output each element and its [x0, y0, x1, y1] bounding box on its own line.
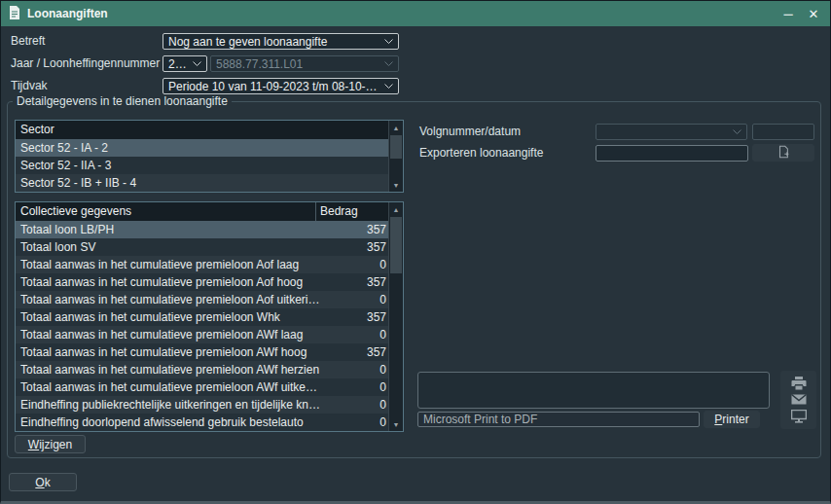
document-icon: [9, 6, 20, 22]
table-row[interactable]: Totaal aanwas in het cumulatieve premiel…: [16, 343, 390, 361]
chevron-down-icon: [384, 61, 393, 66]
list-item[interactable]: Sector 52 - IIA - 3: [16, 157, 390, 174]
titlebar: Loonaangiften ─ ✕: [1, 1, 830, 26]
row-value: 0: [320, 326, 390, 343]
loonaangiften-dialog: Loonaangiften ─ ✕ Betreft Nog aan te gev…: [0, 0, 831, 504]
row-label: Totaal aanwas in het cumulatieve premiel…: [16, 361, 320, 378]
export-file-icon: [777, 145, 790, 162]
row-label: Totaal loon LB/PH: [16, 221, 320, 238]
row-label: Sector 52 - IA - 2: [16, 139, 390, 157]
print-preview-box[interactable]: [417, 372, 770, 409]
volgnummer-select: [596, 124, 747, 140]
row-value: 0: [320, 361, 390, 378]
betreft-label: Betreft: [11, 33, 45, 50]
jaar-select[interactable]: 2023: [163, 55, 207, 72]
row-value: 0: [320, 291, 390, 308]
table-row[interactable]: Totaal aanwas in het cumulatieve premiel…: [16, 308, 390, 326]
email-icon[interactable]: [789, 392, 809, 408]
row-value: 0: [320, 396, 390, 414]
tijdvak-value: Periode 10 van 11-09-2023 t/m 08-10-2023: [168, 80, 380, 93]
tijdvak-select[interactable]: Periode 10 van 11-09-2023 t/m 08-10-2023: [163, 78, 399, 94]
sector-list-scrollbar[interactable]: ▲ ▼: [388, 121, 403, 192]
printer-name-field: Microsoft Print to PDF: [417, 412, 700, 427]
sector-column-header[interactable]: Sector: [16, 121, 403, 139]
chevron-down-icon: [193, 61, 201, 66]
jaar-loonheffingennummer-label: Jaar / Loonheffingennummer: [11, 55, 160, 72]
table-row[interactable]: Totaal aanwas in het cumulatieve premiel…: [16, 326, 390, 343]
betreft-value: Nog aan te geven loonaangifte: [168, 35, 380, 49]
row-value: 0: [320, 256, 390, 273]
row-value: 357: [320, 308, 390, 326]
loonheffingennummer-select: 5888.77.311.L01: [210, 55, 399, 72]
collectieve-table-scrollbar[interactable]: ▲ ▼: [388, 202, 403, 431]
collectieve-table-header: Collectieve gegevens Bedrag: [16, 202, 403, 221]
row-label: Totaal aanwas in het cumulatieve premiel…: [16, 308, 320, 326]
betreft-select[interactable]: Nog aan te geven loonaangifte: [163, 33, 399, 50]
groupbox-legend: Detailgegevens in te dienen loonaangifte: [13, 94, 232, 108]
exporteren-loonaangifte-label: Exporteren loonaangifte: [419, 145, 543, 162]
volgnummer-datum-field: [752, 124, 814, 140]
scroll-up-icon[interactable]: ▲: [389, 202, 403, 216]
output-icon-panel: [780, 371, 816, 429]
collectieve-table-rows: Totaal loon LB/PH357Totaal loon SV357Tot…: [16, 221, 403, 431]
row-value: 0: [320, 414, 390, 431]
exporteren-field[interactable]: [596, 145, 748, 162]
wijzigen-button[interactable]: Wijzigen: [15, 435, 86, 453]
sector-list-rows: Sector 52 - IA - 2Sector 52 - IIA - 3Sec…: [16, 139, 403, 192]
scroll-down-icon[interactable]: ▼: [389, 178, 403, 192]
scroll-up-icon[interactable]: ▲: [389, 121, 403, 134]
row-value: 357: [320, 238, 390, 256]
export-button[interactable]: [752, 144, 814, 162]
row-label: Totaal aanwas in het cumulatieve premiel…: [16, 256, 320, 273]
sector-list: Sector Sector 52 - IA - 2Sector 52 - IIA…: [15, 120, 404, 193]
window-title: Loonaangiften: [27, 7, 108, 20]
chevron-down-icon: [733, 129, 741, 134]
table-row[interactable]: Totaal loon LB/PH357: [16, 221, 390, 238]
row-label: Sector 52 - IIA - 3: [16, 157, 390, 174]
loonheffingennummer-value: 5888.77.311.L01: [216, 57, 380, 71]
chevron-down-icon: [384, 84, 393, 89]
ok-button[interactable]: Ok: [9, 473, 77, 491]
close-button[interactable]: ✕: [799, 1, 828, 26]
printer-button[interactable]: Printer: [704, 411, 760, 428]
list-item[interactable]: Sector 52 - IA - 2: [16, 139, 390, 157]
table-row[interactable]: Totaal aanwas in het cumulatieve premiel…: [16, 378, 390, 396]
table-row[interactable]: Totaal loon SV357: [16, 238, 390, 256]
row-label: Totaal aanwas in het cumulatieve premiel…: [16, 343, 320, 361]
table-row[interactable]: Totaal aanwas in het cumulatieve premiel…: [16, 273, 390, 291]
row-label: Totaal aanwas in het cumulatieve premiel…: [16, 291, 320, 308]
sector-list-header[interactable]: Sector: [16, 121, 403, 139]
table-row[interactable]: Totaal aanwas in het cumulatieve premiel…: [16, 291, 390, 308]
volgnummer-datum-label: Volgnummer/datum: [419, 124, 521, 140]
table-row[interactable]: Totaal aanwas in het cumulatieve premiel…: [16, 361, 390, 378]
list-item[interactable]: Sector 52 - IB + IIB - 4: [16, 174, 390, 192]
row-label: Totaal loon SV: [16, 238, 320, 256]
table-row[interactable]: Eindheffing doorlopend afwisselend gebru…: [16, 414, 390, 431]
row-label: Totaal aanwas in het cumulatieve premiel…: [16, 273, 320, 291]
row-label: Eindheffing doorlopend afwisselend gebru…: [16, 414, 320, 431]
row-value: 357: [320, 273, 390, 291]
row-label: Totaal aanwas in het cumulatieve premiel…: [16, 378, 320, 396]
row-value: 357: [320, 221, 390, 238]
tijdvak-label: Tijdvak: [11, 78, 48, 94]
row-value: 0: [320, 378, 390, 396]
collectieve-table: Collectieve gegevens Bedrag Totaal loon …: [15, 201, 404, 432]
jaar-value: 2023: [168, 57, 189, 71]
row-label: Totaal aanwas in het cumulatieve premiel…: [16, 326, 320, 343]
row-value: 357: [320, 343, 390, 361]
collectieve-gegevens-column-header[interactable]: Collectieve gegevens: [16, 202, 315, 221]
row-label: Sector 52 - IB + IIB - 4: [16, 174, 390, 192]
table-row[interactable]: Totaal aanwas in het cumulatieve premiel…: [16, 256, 390, 273]
monitor-icon[interactable]: [789, 409, 809, 424]
scroll-down-icon[interactable]: ▼: [389, 417, 403, 431]
print-icon[interactable]: [789, 376, 809, 391]
scrollbar-thumb[interactable]: [390, 135, 402, 159]
table-row[interactable]: Eindheffing publiekrechtelijke uitkering…: [16, 396, 390, 414]
scrollbar-thumb[interactable]: [390, 217, 402, 273]
chevron-down-icon: [384, 39, 393, 44]
row-label: Eindheffing publiekrechtelijke uitkering…: [16, 396, 320, 414]
